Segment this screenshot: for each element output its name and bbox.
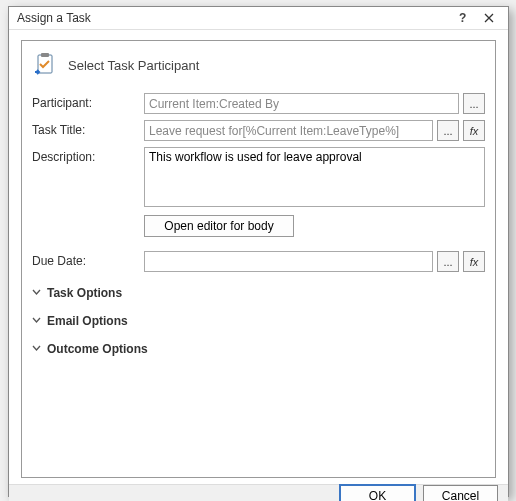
chevron-down-icon bbox=[32, 316, 41, 327]
participant-browse-button[interactable]: ... bbox=[463, 93, 485, 114]
task-options-section[interactable]: Task Options bbox=[32, 286, 485, 300]
chevron-down-icon bbox=[32, 344, 41, 355]
section-label: Outcome Options bbox=[47, 342, 148, 356]
panel-title: Select Task Participant bbox=[68, 58, 199, 73]
due-date-browse-button[interactable]: ... bbox=[437, 251, 459, 272]
task-icon bbox=[32, 51, 60, 79]
section-label: Email Options bbox=[47, 314, 128, 328]
dialog-content: Select Task Participant Participant: Cur… bbox=[9, 30, 508, 484]
titlebar: Assign a Task ? bbox=[9, 7, 508, 30]
panel-header: Select Task Participant bbox=[32, 51, 485, 79]
description-label: Description: bbox=[32, 147, 144, 164]
assign-task-dialog: Assign a Task ? Select Task Partic bbox=[8, 6, 509, 497]
form-panel: Select Task Participant Participant: Cur… bbox=[21, 40, 496, 478]
outcome-options-section[interactable]: Outcome Options bbox=[32, 342, 485, 356]
task-title-label: Task Title: bbox=[32, 120, 144, 137]
svg-text:?: ? bbox=[459, 12, 466, 24]
due-date-label: Due Date: bbox=[32, 251, 144, 268]
open-editor-button[interactable]: Open editor for body bbox=[144, 215, 294, 237]
task-title-field[interactable]: Leave request for[%Current Item:LeaveTyp… bbox=[144, 120, 433, 141]
dialog-title: Assign a Task bbox=[17, 11, 450, 25]
due-date-field[interactable] bbox=[144, 251, 433, 272]
task-title-browse-button[interactable]: ... bbox=[437, 120, 459, 141]
email-options-section[interactable]: Email Options bbox=[32, 314, 485, 328]
section-label: Task Options bbox=[47, 286, 122, 300]
help-button[interactable]: ? bbox=[450, 7, 476, 29]
due-date-fx-button[interactable]: fx bbox=[463, 251, 485, 272]
chevron-down-icon bbox=[32, 288, 41, 299]
close-button[interactable] bbox=[476, 7, 502, 29]
participant-field[interactable]: Current Item:Created By bbox=[144, 93, 459, 114]
dialog-footer: OK Cancel bbox=[9, 484, 508, 501]
ok-button[interactable]: OK bbox=[340, 485, 415, 501]
description-field[interactable] bbox=[144, 147, 485, 207]
cancel-button[interactable]: Cancel bbox=[423, 485, 498, 501]
task-title-fx-button[interactable]: fx bbox=[463, 120, 485, 141]
participant-label: Participant: bbox=[32, 93, 144, 110]
svg-rect-2 bbox=[41, 53, 49, 57]
